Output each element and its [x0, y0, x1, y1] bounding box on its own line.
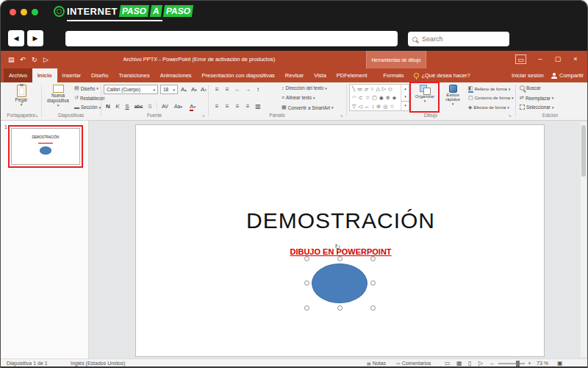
shapes-row[interactable]: ◠⊂☆▢◉⊕◈ [352, 93, 398, 102]
slide-thumbnail[interactable]: DEMOSTRACIÓN [11, 128, 80, 165]
tab-presentacion[interactable]: Presentación con diapositivas [197, 68, 280, 82]
font-name-combo[interactable]: Calibri (Cuerpo) ▾ [104, 85, 158, 94]
zoom-out-button[interactable]: – [490, 360, 493, 367]
align-text-button[interactable]: ≡ Alinear texto ▾ [282, 95, 315, 100]
share-button[interactable]: Compartir [546, 68, 588, 82]
line-spacing-button[interactable]: ↕ [254, 85, 262, 94]
bold-button[interactable]: N [104, 102, 112, 111]
bullets-button[interactable]: ≡ [212, 85, 221, 94]
tab-vista[interactable]: Vista [309, 68, 331, 82]
selection-handle[interactable] [304, 280, 309, 286]
font-color-button[interactable]: A▾ [187, 102, 198, 112]
new-slide-button[interactable]: Nueva diapositiva ▾ [43, 85, 73, 107]
text-direction-button[interactable]: ↕ Dirección del texto ▾ [282, 85, 327, 91]
maximize-button[interactable]: ▢ [552, 54, 564, 64]
notes-button[interactable]: ▤ Notas [367, 361, 386, 366]
back-button[interactable]: ◀ [8, 30, 24, 46]
layout-button[interactable]: ▤ Diseño ▾ [74, 85, 98, 91]
clear-formatting-button[interactable]: A× [201, 85, 207, 95]
zoom-slider-track[interactable] [498, 363, 525, 364]
scroll-down-icon[interactable]: ▾ [401, 93, 409, 101]
tab-animaciones[interactable]: Animaciones [155, 68, 197, 82]
selection-handle[interactable] [370, 256, 376, 261]
tab-insertar[interactable]: Insertar [57, 68, 86, 82]
decrease-indent-button[interactable]: ← [233, 85, 242, 94]
tab-revisar[interactable]: Revisar [280, 68, 309, 82]
selection-handle[interactable] [337, 256, 343, 261]
selection-handle[interactable] [370, 305, 376, 311]
paste-button[interactable]: Pegar ▾ [7, 85, 36, 107]
tell-me-box[interactable]: ¿Qué desea hacer? [409, 68, 475, 82]
dialog-launcher-icon[interactable]: ↘ [35, 113, 38, 118]
select-button[interactable]: Seleccionar ▾ [520, 105, 553, 110]
ribbon-display-options-button[interactable]: ▭ [515, 54, 526, 64]
close-button[interactable]: × [570, 54, 581, 64]
shapes-more-icon[interactable]: ▾ [401, 101, 409, 110]
italic-button[interactable]: K [113, 102, 122, 111]
slide-ellipse-shape[interactable] [312, 263, 368, 303]
reading-view-button[interactable]: ▯ [468, 360, 471, 367]
text-shadow-button[interactable]: S [146, 102, 154, 111]
font-size-combo[interactable]: 18 ▾ [160, 85, 178, 94]
forward-button[interactable]: ▶ [27, 30, 43, 46]
dialog-launcher-icon[interactable]: ↘ [508, 113, 512, 118]
fit-to-window-button[interactable]: ▣ [557, 360, 563, 367]
scroll-up-icon[interactable]: ▴ [401, 85, 409, 93]
window-zoom-dot[interactable] [32, 9, 38, 15]
slideshow-view-button[interactable]: ▷ [478, 360, 483, 367]
align-right-button[interactable]: ≡ [233, 102, 242, 111]
sign-in-button[interactable]: Iniciar sesión [506, 68, 549, 82]
start-presentation-icon[interactable]: ▷ [43, 54, 49, 65]
increase-indent-button[interactable]: → [243, 85, 252, 94]
slide-sorter-view-button[interactable]: ▦ [456, 360, 462, 367]
shapes-gallery[interactable]: ╲▭▱○△▷◇ ◠⊂☆▢◉⊕◈ ▽◁↔↕⊖◎☆ ▴ ▾ ▾ [349, 84, 409, 111]
vertical-scrollbar[interactable] [581, 122, 587, 357]
minimize-button[interactable]: – [534, 54, 546, 64]
align-center-button[interactable]: ≡ [223, 102, 232, 111]
grow-font-button[interactable]: A▴ [181, 85, 187, 95]
search-box[interactable] [408, 32, 509, 46]
quick-styles-button[interactable]: Estilos rápidos ▾ [440, 85, 465, 106]
zoom-in-button[interactable]: + [528, 360, 531, 367]
window-minimize-dot[interactable] [21, 9, 27, 15]
selection-handle[interactable] [304, 256, 309, 261]
section-button[interactable]: ▬ Sección ▾ [74, 105, 101, 110]
shape-fill-button[interactable]: ◧ Relleno de forma ▾ [468, 85, 510, 93]
shrink-font-button[interactable]: A▾ [191, 85, 197, 95]
numbering-button[interactable]: ≡ [223, 85, 232, 94]
tab-transiciones[interactable]: Transiciones [113, 68, 154, 82]
tab-formato[interactable]: Formato [379, 68, 409, 82]
change-case-button[interactable]: Aa▾ [172, 102, 184, 112]
shapes-row[interactable]: ╲▭▱○△▷◇ [352, 85, 395, 93]
slide-editing-surface[interactable]: DEMOSTRACIÓN DIBUJO EN POWERPOINT ↻ [135, 124, 545, 357]
convert-smartart-button[interactable]: ▦ Convertir a SmartArt ▾ [282, 105, 334, 110]
save-icon[interactable]: ▤ [8, 54, 15, 65]
align-justify-button[interactable]: ≡ [243, 102, 252, 111]
selection-handle[interactable] [304, 305, 309, 311]
zoom-slider-thumb[interactable] [516, 361, 520, 367]
tab-diseno[interactable]: Diseño [86, 68, 113, 82]
comments-button[interactable]: ▭ Comentarios [396, 361, 431, 366]
shape-outline-button[interactable]: ▢ Contorno de forma ▾ [468, 95, 513, 101]
scrollbar-thumb[interactable] [581, 125, 586, 177]
shape-effects-button[interactable]: ◈ Efectos de forma ▾ [468, 105, 509, 110]
find-button[interactable]: Buscar [520, 85, 541, 91]
dialog-launcher-icon[interactable]: ↘ [201, 113, 205, 118]
normal-view-button[interactable]: ▭ [445, 360, 451, 367]
rotate-handle-icon[interactable]: ↻ [334, 243, 340, 251]
search-input[interactable] [420, 33, 501, 45]
slide-title-text[interactable]: DEMOSTRACIÓN [151, 208, 531, 233]
zoom-level[interactable]: 73 % [537, 361, 548, 366]
dialog-launcher-icon[interactable]: ↘ [340, 113, 343, 118]
slide-subtitle-text[interactable]: DIBUJO EN POWERPOINT [224, 247, 457, 256]
undo-icon[interactable]: ↶ [20, 54, 26, 65]
strikethrough-button[interactable]: abc [132, 102, 145, 111]
columns-button[interactable]: ▥ [254, 102, 262, 111]
arrange-button[interactable]: Organizar ▾ [412, 85, 437, 103]
tab-pdfelement[interactable]: PDFelement [331, 68, 373, 82]
align-left-button[interactable]: ≡ [212, 102, 221, 111]
window-close-dot[interactable] [10, 9, 16, 15]
selection-handle[interactable] [337, 305, 343, 311]
selection-handle[interactable] [370, 280, 376, 286]
underline-button[interactable]: S [123, 102, 132, 111]
